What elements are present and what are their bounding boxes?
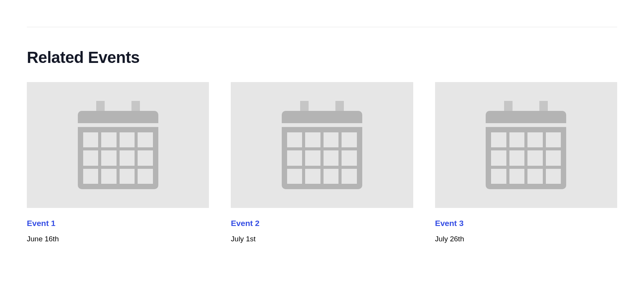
event-image-placeholder[interactable] <box>27 82 209 208</box>
event-card: Event 2 July 1st <box>231 82 413 243</box>
event-image-placeholder[interactable] <box>231 82 413 208</box>
section-title: Related Events <box>27 48 617 67</box>
calendar-icon <box>78 101 158 189</box>
event-date: July 1st <box>231 235 413 243</box>
event-image-placeholder[interactable] <box>435 82 617 208</box>
event-title-link[interactable]: Event 1 <box>27 219 209 228</box>
event-card: Event 1 June 16th <box>27 82 209 243</box>
event-title-link[interactable]: Event 3 <box>435 219 617 228</box>
event-card: Event 3 July 26th <box>435 82 617 243</box>
calendar-icon <box>282 101 362 189</box>
related-events-grid: Event 1 June 16th Event 2 July 1st <box>27 82 617 243</box>
calendar-icon <box>486 101 566 189</box>
section-divider <box>27 27 617 27</box>
event-date: July 26th <box>435 235 617 243</box>
event-title-link[interactable]: Event 2 <box>231 219 413 228</box>
event-date: June 16th <box>27 235 209 243</box>
